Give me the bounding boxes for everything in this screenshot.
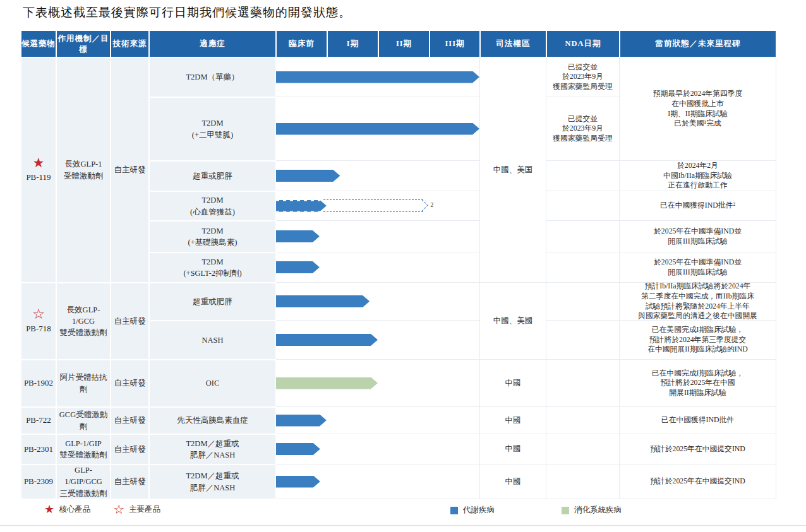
progress-bar bbox=[276, 230, 320, 242]
pipeline-page: { "title": "下表概述截至最後實際可行日期我們候選藥物的開發狀態。",… bbox=[0, 0, 806, 532]
status-cell: 預期最早於2024年第四季度 在中國獲批上市 I期、II期臨床試驗 已於美國¹完… bbox=[620, 57, 776, 161]
status-cell: 預計於2025年在中國提交IND bbox=[620, 434, 776, 464]
drug-label: PB-2309 bbox=[24, 476, 53, 488]
phase-track bbox=[276, 221, 480, 252]
header-phase1: I期 bbox=[327, 30, 378, 57]
product-legend: ★ 核心產品 ☆ 主要產品 bbox=[44, 503, 160, 516]
mechanism-cell: 長效GLP-1/GCG 雙受體激動劑 bbox=[56, 283, 111, 360]
status-cell: 於2025年在中國準備IND並 開展III期臨床試驗 bbox=[620, 221, 776, 252]
phase-track bbox=[276, 57, 480, 97]
nda-cell bbox=[546, 252, 620, 283]
indication-cell: T2DM (心血管獲益) bbox=[149, 191, 276, 221]
jurisdiction-cell: 中國 bbox=[480, 464, 546, 499]
phase-track bbox=[276, 360, 480, 407]
progress-bar bbox=[276, 200, 327, 212]
major-product-star-icon: ☆ bbox=[113, 503, 124, 516]
mechanism-cell: GLP-1/GIP 雙受體激動劑 bbox=[56, 434, 111, 464]
indication-cell: NASH bbox=[149, 321, 276, 360]
indication-cell: T2DM（單藥） bbox=[149, 57, 276, 97]
drug-label: PB-722 bbox=[26, 415, 51, 427]
jurisdiction-cell: 中國、美國 bbox=[480, 283, 546, 360]
metabolic-disease-label: 代謝疾病 bbox=[463, 505, 495, 516]
jurisdiction-cell: 中國 bbox=[480, 407, 546, 434]
phase-track bbox=[276, 283, 480, 321]
mechanism-cell: GLP-1/GIP/GCG 三受體激動劑 bbox=[56, 464, 111, 499]
indication-cell: 超重或肥胖 bbox=[149, 161, 276, 191]
indication-cell: 先天性高胰島素血症 bbox=[149, 407, 276, 434]
status-cell: 已在中國獲得IND批件² bbox=[620, 191, 776, 221]
source-cell: 自主研發 bbox=[111, 283, 149, 360]
nda-cell bbox=[546, 191, 620, 221]
nda-cell bbox=[546, 464, 620, 499]
phase-track bbox=[276, 434, 480, 464]
indication-cell: T2DM／超重或 肥胖／NASH bbox=[149, 434, 276, 464]
indication-cell: 超重或肥胖 bbox=[149, 283, 276, 321]
header-phase3: III期 bbox=[430, 30, 480, 57]
digestive-disease-swatch bbox=[562, 507, 569, 514]
mechanism-cell: 長效GLP-1 受體激動劑 bbox=[56, 57, 111, 283]
phase-track bbox=[276, 321, 480, 360]
progress-bar bbox=[276, 415, 327, 427]
major-product-label: 主要產品 bbox=[129, 504, 160, 515]
header-source: 技術來源 bbox=[111, 30, 149, 57]
drug-cell-pb-119: ★ PB-119 bbox=[21, 57, 56, 283]
bottom-rule bbox=[0, 525, 806, 526]
nda-cell bbox=[546, 434, 620, 464]
progress-bar bbox=[276, 476, 320, 488]
core-product-star-icon: ★ bbox=[44, 504, 54, 515]
header-phase2: II期 bbox=[378, 30, 430, 57]
nda-cell bbox=[546, 360, 620, 407]
status-cell: 已在中國完成I期臨床試驗， 預計將於2025年在中國 開展II期臨床試驗 bbox=[620, 360, 776, 407]
status-cell: 預計於2025年在中國提交IND bbox=[620, 464, 776, 499]
jurisdiction-cell: 中國、美国 bbox=[480, 57, 546, 283]
indication-cell: T2DM (+二甲雙胍) bbox=[149, 97, 276, 161]
indication-cell: OIC bbox=[149, 360, 276, 407]
source-cell: 自主研發 bbox=[111, 407, 149, 434]
core-product-label: 核心產品 bbox=[59, 504, 90, 515]
progress-bar bbox=[276, 334, 378, 346]
progress-bar bbox=[276, 170, 340, 182]
drug-label: PB-119 bbox=[26, 172, 51, 184]
digestive-disease-label: 消化系統疾病 bbox=[574, 505, 622, 516]
phase-track bbox=[276, 161, 480, 191]
progress-bar bbox=[276, 443, 320, 455]
nda-cell bbox=[546, 321, 620, 360]
progress-bar bbox=[276, 123, 479, 135]
phase-track: 2 bbox=[276, 191, 480, 221]
status-cell: 預計Ib/IIa期臨床試驗將於2024年 第二季度在中國完成，而IIb期臨床 試… bbox=[620, 283, 776, 321]
metabolic-disease-swatch bbox=[450, 507, 458, 514]
core-product-star-icon: ★ bbox=[33, 157, 45, 170]
header-nda-date: NDA日期 bbox=[546, 30, 620, 57]
progress-bar bbox=[276, 71, 479, 83]
progress-bar bbox=[276, 261, 320, 273]
phase-track bbox=[276, 464, 480, 499]
indication-cell: T2DM (+基礎胰島素) bbox=[149, 221, 276, 252]
status-cell: 已在中國獲得IND批件 bbox=[620, 407, 776, 434]
header-status: 當前狀態／未來里程碑 bbox=[620, 30, 776, 57]
mechanism-cell: GCG受體激動劑 bbox=[56, 407, 111, 434]
indication-cell: T2DM (+SGLT-2抑制劑) bbox=[149, 252, 276, 283]
mechanism-cell: 阿片受體拮抗劑 bbox=[56, 360, 111, 407]
footnote-marker: 2 bbox=[430, 201, 433, 210]
source-cell: 自主研發 bbox=[111, 434, 149, 464]
phase-track bbox=[276, 407, 480, 434]
progress-bar bbox=[276, 295, 370, 307]
drug-cell-pb-722: PB-722 bbox=[21, 407, 56, 434]
source-cell: 自主研發 bbox=[111, 464, 149, 499]
jurisdiction-cell: 中國 bbox=[480, 360, 546, 407]
disease-legend: 代謝疾病 消化系統疾病 bbox=[450, 505, 622, 516]
nda-cell: 已提交並 於2023年9月 獲國家藥監局受理 bbox=[546, 97, 620, 161]
status-cell: 於2025年在中國準備IND並 開展III期臨床試驗 bbox=[620, 252, 776, 283]
nda-cell: 已提交並 於2023年9月 獲國家藥監局受理 bbox=[546, 57, 620, 97]
source-cell: 自主研發 bbox=[111, 57, 149, 283]
major-product-star-icon: ☆ bbox=[32, 307, 45, 321]
pipeline-table: 候選藥物 作用機制／目標 技術來源 適應症 臨床前 I期 II期 III期 司法… bbox=[21, 30, 776, 499]
drug-label: PB-718 bbox=[26, 323, 51, 335]
drug-cell-pb-1902: PB-1902 bbox=[21, 360, 56, 407]
drug-cell-pb-2301: PB-2301 bbox=[21, 434, 56, 464]
drug-label: PB-1902 bbox=[24, 377, 53, 389]
nda-cell bbox=[546, 407, 620, 434]
header-preclinical: 臨床前 bbox=[276, 30, 327, 57]
header-jurisdiction: 司法權區 bbox=[480, 30, 546, 57]
drug-cell-pb-2309: PB-2309 bbox=[21, 464, 56, 499]
